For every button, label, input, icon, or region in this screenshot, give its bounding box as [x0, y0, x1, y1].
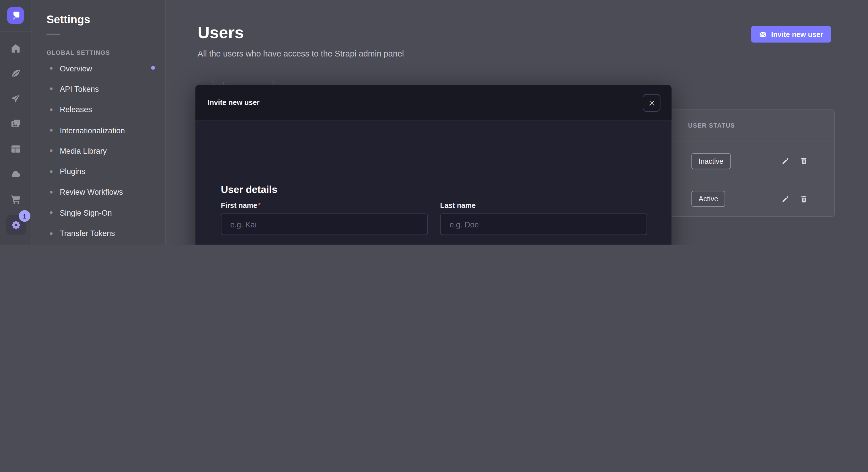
divider — [46, 34, 60, 35]
sidebar-item-label: Overview — [60, 64, 92, 73]
required-asterisk: * — [258, 201, 260, 210]
invite-user-modal: Invite new user User details First name*… — [195, 85, 672, 245]
last-name-field[interactable] — [440, 213, 647, 235]
rail-button-cart[interactable] — [0, 187, 32, 212]
sidebar-item-label: API Tokens — [60, 85, 99, 94]
home-icon — [10, 43, 22, 54]
rail-button-layout[interactable] — [0, 136, 32, 162]
bullet-icon — [50, 149, 53, 152]
sidebar-item-api-tokens[interactable]: API Tokens — [46, 78, 152, 99]
modal-title: Invite new user — [208, 98, 259, 107]
last-name-label: Last name — [440, 201, 476, 210]
notification-dot — [151, 66, 155, 69]
status-badge: Active — [691, 191, 725, 207]
trash-icon — [799, 194, 808, 203]
bullet-icon — [50, 129, 53, 132]
invite-new-user-label: Invite new user — [771, 30, 823, 38]
layout-icon — [10, 143, 22, 155]
media-icon — [10, 118, 22, 129]
rail-button-send[interactable] — [0, 86, 32, 111]
sidebar-item-single-sign-on[interactable]: Single Sign-On — [46, 202, 152, 223]
modal-body: User details First name* Last name Email… — [195, 121, 672, 245]
sidebar-item-transfer-tokens[interactable]: Transfer Tokens — [46, 223, 152, 244]
pencil-icon — [781, 157, 790, 165]
gear-icon — [10, 219, 22, 231]
settings-sidebar: Settings GLOBAL SETTINGSOverviewAPI Toke… — [32, 0, 166, 245]
nav-section-header: GLOBAL SETTINGS — [46, 42, 152, 58]
sidebar-item-label: Media Library — [60, 146, 107, 156]
sidebar-item-label: Transfer Tokens — [60, 229, 115, 238]
rail-button-home[interactable] — [0, 36, 32, 61]
bullet-icon — [50, 232, 53, 235]
rail-button-cloud[interactable] — [0, 162, 32, 187]
close-button[interactable] — [643, 94, 660, 112]
sidebar-item-label: Releases — [60, 105, 92, 114]
sidebar-item-settings[interactable]: 1 — [6, 215, 26, 235]
sidebar-item-internationalization[interactable]: Internationalization — [46, 120, 152, 140]
page-title: Users — [197, 23, 244, 42]
sidebar-item-label: Plugins — [60, 167, 85, 176]
nav-rail: 1 KD — [0, 0, 32, 245]
bullet-icon — [50, 88, 53, 91]
mail-icon — [759, 30, 767, 38]
close-icon — [648, 99, 655, 106]
sidebar-item-webhooks[interactable]: Webhooks — [46, 244, 152, 245]
bullet-icon — [50, 108, 53, 111]
edit-button[interactable] — [781, 157, 790, 165]
sidebar-item-label: Internationalization — [60, 126, 125, 135]
section-user-details: User details — [221, 184, 277, 196]
sidebar-item-review-workflows[interactable]: Review Workflows — [46, 182, 152, 202]
delete-button[interactable] — [799, 157, 808, 165]
first-name-field[interactable] — [221, 213, 428, 235]
bullet-icon — [50, 191, 53, 194]
trash-icon — [799, 157, 808, 165]
sidebar-item-releases[interactable]: Releases — [46, 99, 152, 120]
page-subtitle: All the users who have access to the Str… — [197, 49, 404, 58]
notification-badge: 1 — [19, 210, 30, 222]
send-icon — [10, 93, 22, 104]
sidebar-item-label: Review Workflows — [60, 188, 123, 197]
sidebar-item-plugins[interactable]: Plugins — [46, 161, 152, 182]
sidebar-title: Settings — [46, 13, 152, 26]
pencil-icon — [781, 194, 790, 203]
edit-button[interactable] — [781, 194, 790, 203]
first-name-label: First name* — [221, 201, 260, 210]
strapi-logo[interactable] — [7, 7, 24, 24]
sidebar-item-label: Single Sign-On — [60, 208, 112, 217]
strapi-admin: 1 KD Settings GLOBAL SETTINGSOverviewAPI… — [0, 0, 868, 245]
status-badge: Inactive — [691, 153, 731, 169]
bullet-icon — [50, 67, 53, 70]
rail-button-media[interactable] — [0, 111, 32, 136]
divider — [0, 32, 32, 32]
cart-icon — [10, 193, 22, 205]
delete-button[interactable] — [799, 194, 808, 203]
modal-header: Invite new user — [195, 85, 672, 121]
column-header-user-status: USER STATUS — [688, 122, 735, 129]
cloud-icon — [10, 168, 22, 180]
invite-new-user-button[interactable]: Invite new user — [751, 26, 831, 43]
feather-icon — [10, 68, 22, 79]
bullet-icon — [50, 170, 53, 173]
sidebar-item-media-library[interactable]: Media Library — [46, 140, 152, 161]
strapi-logo-icon — [8, 8, 23, 23]
sidebar-item-overview[interactable]: Overview — [46, 58, 152, 78]
bullet-icon — [50, 211, 53, 214]
rail-button-feather[interactable] — [0, 61, 32, 86]
